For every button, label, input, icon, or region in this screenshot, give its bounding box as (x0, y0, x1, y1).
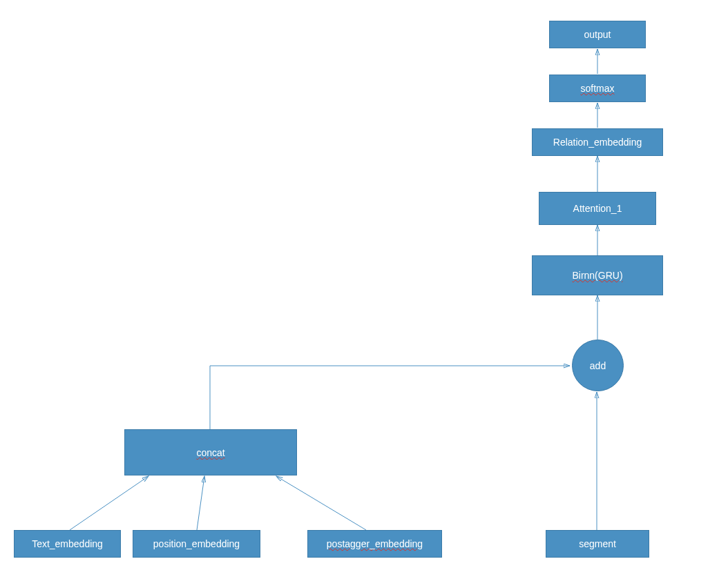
node-label: Relation_embedding (553, 137, 642, 148)
svg-line-7 (197, 476, 204, 530)
node-label: postagger_embedding (327, 538, 423, 549)
node-add: add (572, 340, 624, 391)
node-label: softmax (580, 83, 614, 94)
node-birnn-gru: Birnn(GRU) (532, 255, 663, 295)
node-text-embedding: Text_embedding (14, 530, 121, 558)
node-segment: segment (546, 530, 649, 558)
node-postagger-embedding: postagger_embedding (307, 530, 442, 558)
svg-line-8 (276, 476, 366, 530)
node-label: Text_embedding (32, 538, 103, 549)
node-label: concat (196, 447, 224, 458)
node-relation-embedding: Relation_embedding (532, 128, 663, 156)
node-label: add (590, 360, 606, 371)
node-softmax: softmax (549, 75, 646, 102)
node-label: Birnn(GRU) (572, 270, 622, 281)
node-label: position_embedding (153, 538, 240, 549)
node-label: output (584, 29, 611, 40)
node-label: segment (579, 538, 616, 549)
svg-line-6 (70, 476, 149, 530)
node-label: Attention_1 (573, 203, 622, 214)
node-attention-1: Attention_1 (539, 192, 656, 225)
node-concat: concat (124, 429, 297, 475)
node-position-embedding: position_embedding (133, 530, 260, 558)
node-output: output (549, 21, 646, 48)
